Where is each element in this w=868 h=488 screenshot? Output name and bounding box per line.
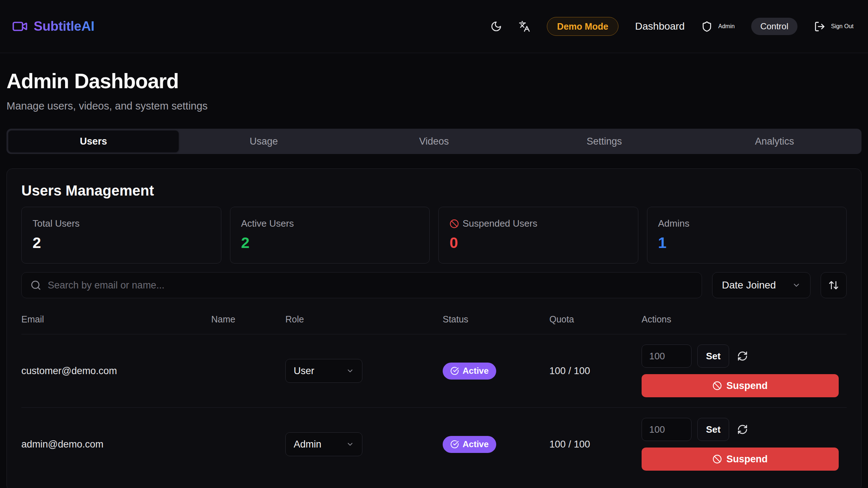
suspend-button[interactable]: Suspend xyxy=(642,374,839,397)
quota-controls: Set xyxy=(642,418,839,441)
status-label: Active xyxy=(463,366,489,376)
quota-value: 100 / 100 xyxy=(549,439,642,450)
top-navbar: SubtitleAI Demo Mode Dashboard xyxy=(0,0,868,53)
user-email: customer@demo.com xyxy=(21,365,211,377)
suspend-label: Suspend xyxy=(726,454,767,465)
users-table: Email Name Role Status Quota Actions cus… xyxy=(21,314,847,481)
demo-mode-badge: Demo Mode xyxy=(547,17,618,36)
tab-usage[interactable]: Usage xyxy=(179,130,349,152)
col-header-quota: Quota xyxy=(549,314,642,325)
filter-row: Date Joined xyxy=(21,272,847,298)
page-subtitle: Manage users, videos, and system setting… xyxy=(7,100,861,112)
set-quota-button[interactable]: Set xyxy=(697,418,729,441)
stat-label: Admins xyxy=(658,218,836,229)
quota-input[interactable] xyxy=(642,344,692,368)
refresh-icon xyxy=(737,424,748,435)
main-content: Admin Dashboard Manage users, videos, an… xyxy=(0,69,868,488)
col-header-email: Email xyxy=(21,314,211,325)
role-select[interactable]: User xyxy=(285,359,362,383)
brand-logo[interactable]: SubtitleAI xyxy=(12,18,94,34)
users-management-panel: Users Management Total Users 2 Active Us… xyxy=(7,168,861,488)
chevron-down-icon xyxy=(792,281,801,290)
ban-icon xyxy=(712,454,722,464)
table-header-row: Email Name Role Status Quota Actions xyxy=(21,314,847,334)
actions-cell: Set xyxy=(642,418,847,471)
stat-label: Active Users xyxy=(241,218,419,229)
col-header-role: Role xyxy=(285,314,443,325)
admin-indicator: Admin xyxy=(701,21,735,32)
sort-field-value: Date Joined xyxy=(722,279,776,291)
status-label: Active xyxy=(463,439,489,449)
status-badge: Active xyxy=(443,436,496,453)
user-email: admin@demo.com xyxy=(21,439,211,450)
language-button[interactable] xyxy=(519,21,530,32)
tab-videos[interactable]: Videos xyxy=(349,130,519,152)
stat-value: 0 xyxy=(450,234,627,252)
search-input[interactable] xyxy=(48,280,693,291)
stat-value: 2 xyxy=(33,234,210,252)
page-title: Admin Dashboard xyxy=(7,69,861,93)
sign-out-label: Sign Out xyxy=(831,23,854,30)
col-header-status: Status xyxy=(443,314,549,325)
stat-label: Suspended Users xyxy=(450,218,627,229)
search-icon xyxy=(30,280,41,291)
col-header-name: Name xyxy=(211,314,285,325)
theme-toggle-button[interactable] xyxy=(490,21,502,32)
tab-bar: Users Usage Videos Settings Analytics xyxy=(7,129,861,154)
sort-direction-button[interactable] xyxy=(821,272,847,298)
search-box xyxy=(21,272,702,298)
shield-icon xyxy=(701,21,712,32)
sort-arrows-icon xyxy=(828,280,839,291)
stat-admins: Admins 1 xyxy=(647,207,847,264)
table-row: admin@demo.com Admin xyxy=(21,408,847,481)
sort-field-select[interactable]: Date Joined xyxy=(712,272,810,298)
actions-cell: Set xyxy=(642,344,847,397)
role-select[interactable]: Admin xyxy=(285,432,362,456)
logout-icon xyxy=(814,21,825,32)
quota-input[interactable] xyxy=(642,418,692,441)
brand-name: SubtitleAI xyxy=(34,19,94,34)
stat-value: 1 xyxy=(658,234,836,252)
suspend-button[interactable]: Suspend xyxy=(642,448,839,471)
chevron-down-icon xyxy=(346,440,354,448)
chevron-down-icon xyxy=(346,367,354,375)
role-value: Admin xyxy=(294,439,322,450)
set-quota-button[interactable]: Set xyxy=(697,344,729,368)
tab-users[interactable]: Users xyxy=(8,130,179,152)
ban-icon xyxy=(450,219,459,228)
video-icon xyxy=(12,18,28,34)
stat-value: 2 xyxy=(241,234,419,252)
stats-row: Total Users 2 Active Users 2 Suspended U… xyxy=(21,207,847,264)
role-value: User xyxy=(294,365,314,377)
moon-icon xyxy=(490,21,502,32)
ban-icon xyxy=(712,381,722,390)
stat-label-text: Suspended Users xyxy=(463,218,537,229)
refresh-quota-button[interactable] xyxy=(735,424,748,435)
check-circle-icon xyxy=(450,367,459,375)
status-badge: Active xyxy=(443,363,496,380)
refresh-icon xyxy=(737,351,748,361)
panel-title: Users Management xyxy=(21,183,847,199)
navbar-actions: Demo Mode Dashboard Admin Control Sign O… xyxy=(490,17,854,36)
nav-link-dashboard[interactable]: Dashboard xyxy=(635,21,685,32)
quota-value: 100 / 100 xyxy=(549,365,642,377)
col-header-actions: Actions xyxy=(642,314,847,325)
tab-analytics[interactable]: Analytics xyxy=(689,130,860,152)
stat-suspended-users: Suspended Users 0 xyxy=(438,207,638,264)
control-button[interactable]: Control xyxy=(751,18,797,35)
stat-label: Total Users xyxy=(33,218,210,229)
check-circle-icon xyxy=(450,440,459,449)
suspend-label: Suspend xyxy=(726,380,767,391)
stat-total-users: Total Users 2 xyxy=(21,207,221,264)
stat-active-users: Active Users 2 xyxy=(230,207,430,264)
table-row: customer@demo.com User xyxy=(21,334,847,408)
sign-out-button[interactable]: Sign Out xyxy=(814,21,854,32)
tab-settings[interactable]: Settings xyxy=(519,130,689,152)
admin-label: Admin xyxy=(718,23,735,30)
quota-controls: Set xyxy=(642,344,839,368)
languages-icon xyxy=(519,21,530,32)
refresh-quota-button[interactable] xyxy=(735,351,748,361)
